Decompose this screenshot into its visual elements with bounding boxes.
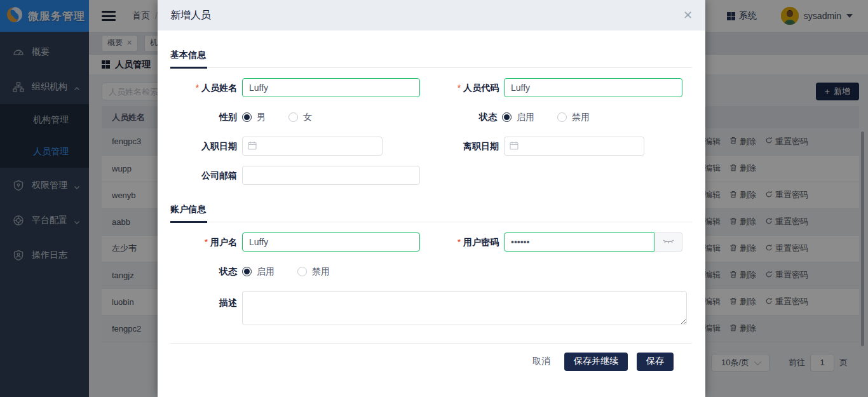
leave-date-input[interactable] xyxy=(504,137,644,156)
section-basic-info: 基本信息 xyxy=(170,50,692,68)
account-disabled-radio[interactable]: 禁用 xyxy=(297,262,330,281)
leave-date-label: 离职日期 xyxy=(433,137,504,156)
person-name-label: 人员姓名 xyxy=(170,78,242,97)
gender-label: 性别 xyxy=(170,107,242,126)
radio-unchecked-icon xyxy=(557,112,567,122)
gender-female-radio[interactable]: 女 xyxy=(288,107,312,126)
person-code-input[interactable] xyxy=(504,78,682,97)
radio-checked-icon xyxy=(242,267,252,276)
calendar-icon xyxy=(248,141,257,150)
account-status-label: 状态 xyxy=(170,262,242,281)
hire-date-input[interactable] xyxy=(242,137,383,156)
field-person-code: 人员代码 xyxy=(433,78,682,97)
description-textarea[interactable] xyxy=(242,291,687,325)
gender-female-label: 女 xyxy=(303,107,312,126)
radio-unchecked-icon xyxy=(288,112,298,122)
account-disabled-label: 禁用 xyxy=(312,262,330,281)
add-person-modal: 新增人员 ✕ 基本信息 人员姓名 人员代码 性别 xyxy=(158,0,705,397)
field-person-name: 人员姓名 xyxy=(170,78,420,97)
field-account-status: 状态 启用 禁用 xyxy=(170,262,330,281)
status-enabled-label: 启用 xyxy=(517,107,534,126)
password-input[interactable] xyxy=(504,232,654,252)
section-account-info: 账户信息 xyxy=(170,204,692,222)
field-person-status: 状态 启用 禁用 xyxy=(431,107,590,126)
account-enabled-radio[interactable]: 启用 xyxy=(242,262,275,281)
description-label: 描述 xyxy=(170,291,242,309)
modal-body: 基本信息 人员姓名 人员代码 性别 男 xyxy=(158,50,705,371)
person-code-label: 人员代码 xyxy=(433,78,504,97)
status-enabled-radio[interactable]: 启用 xyxy=(502,107,534,126)
field-email: 公司邮箱 xyxy=(170,166,420,185)
save-button[interactable]: 保存 xyxy=(637,353,674,371)
account-enabled-label: 启用 xyxy=(257,262,275,281)
email-label: 公司邮箱 xyxy=(170,166,242,185)
close-icon[interactable]: ✕ xyxy=(683,10,693,21)
username-label: 用户名 xyxy=(170,232,242,252)
hire-date-label: 入职日期 xyxy=(170,137,242,156)
modal-header: 新增人员 ✕ xyxy=(158,0,705,30)
field-username: 用户名 xyxy=(170,232,420,252)
username-input[interactable] xyxy=(242,232,420,252)
radio-unchecked-icon xyxy=(297,267,307,276)
toggle-password-button[interactable] xyxy=(654,232,682,252)
field-password: 用户密码 xyxy=(433,232,682,252)
person-status-label: 状态 xyxy=(431,107,502,126)
calendar-icon xyxy=(510,141,519,150)
modal-footer: 取消 保存并继续 保存 xyxy=(170,343,692,371)
gender-male-radio[interactable]: 男 xyxy=(242,107,266,126)
field-gender: 性别 男 女 xyxy=(170,107,312,126)
radio-checked-icon xyxy=(502,112,512,122)
field-hire-date: 入职日期 xyxy=(170,137,383,156)
eye-closed-icon xyxy=(663,236,674,248)
field-description: 描述 xyxy=(170,291,687,325)
field-leave-date: 离职日期 xyxy=(433,137,644,156)
cancel-button[interactable]: 取消 xyxy=(527,352,555,371)
status-disabled-label: 禁用 xyxy=(572,107,590,126)
app-root: 微服务管理 概要 组织机构 xyxy=(0,0,868,397)
modal-title: 新增人员 xyxy=(170,9,211,22)
save-and-continue-button[interactable]: 保存并继续 xyxy=(564,353,628,371)
status-disabled-radio[interactable]: 禁用 xyxy=(557,107,590,126)
password-label: 用户密码 xyxy=(433,232,504,252)
gender-male-label: 男 xyxy=(257,107,266,126)
email-input[interactable] xyxy=(242,166,420,185)
person-name-input[interactable] xyxy=(242,78,420,97)
radio-checked-icon xyxy=(242,112,252,122)
